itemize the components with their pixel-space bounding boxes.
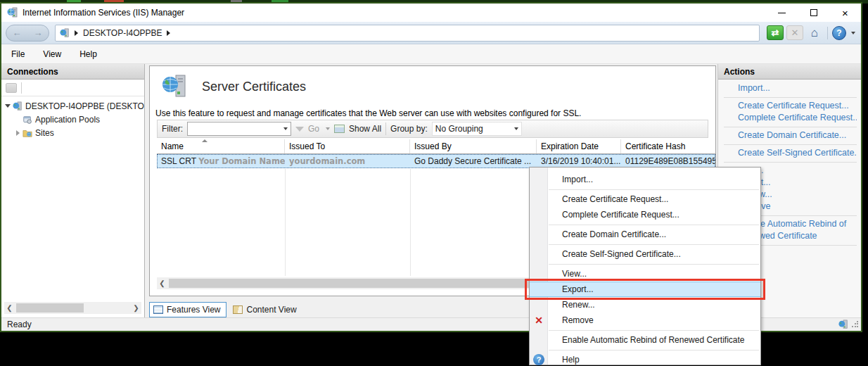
tab-features-view[interactable]: Features View [149, 302, 226, 317]
action-create-domain-certificate[interactable]: Create Domain Certificate... [738, 130, 857, 141]
cell-issued-to: yourdomain.com [285, 156, 410, 166]
column-header-issued-by[interactable]: Issued By [410, 139, 537, 153]
navigation-buttons: ← → [6, 25, 49, 42]
actions-header: Actions [718, 64, 861, 80]
menu-help[interactable]: Help [79, 49, 97, 59]
feature-header: Server Certificates [150, 66, 715, 100]
chevron-down-icon[interactable] [4, 104, 11, 108]
menu-item-help[interactable]: ? Help [530, 352, 760, 366]
close-icon: × [842, 8, 848, 18]
group-by-value: No Grouping [435, 124, 483, 134]
show-all-icon [334, 125, 345, 133]
help-dropdown-icon[interactable] [851, 32, 855, 34]
menu-item-complete-certificate-request[interactable]: Complete Certificate Request... [530, 207, 760, 222]
tree-item-server[interactable]: DESKTOP-I4OPPBE (DESKTOP [4, 99, 144, 113]
go-button[interactable]: Go [308, 124, 319, 134]
breadcrumb-server[interactable]: DESKTOP-I4OPPBE [83, 28, 162, 38]
chevron-down-icon[interactable] [283, 127, 288, 130]
address-toolbar: ⇄ ✕ ⌂ ? [767, 25, 855, 40]
tree-item-sites[interactable]: Sites [4, 126, 144, 139]
forward-button[interactable]: → [34, 27, 43, 38]
connections-tree: DESKTOP-I4OPPBE (DESKTOP Application Poo… [1, 96, 144, 139]
column-gridline [285, 169, 286, 276]
status-right [838, 320, 858, 329]
cell-hash: 01129E489E08B1554954 [621, 156, 715, 166]
filter-label: Filter: [162, 124, 183, 134]
column-header-hash[interactable]: Certificate Hash [621, 139, 715, 153]
page-title: Server Certificates [202, 80, 306, 94]
desktop-speck [272, 0, 288, 3]
help-question-icon: ? [533, 354, 544, 365]
refresh-button[interactable]: ⇄ [767, 25, 784, 40]
window-controls: × [766, 4, 861, 22]
cell-name-redacted: Your Domain Name [198, 156, 285, 166]
action-create-certificate-request[interactable]: Create Certificate Request... [738, 100, 857, 112]
desktop-speck [231, 0, 242, 3]
menu-view[interactable]: View [43, 49, 61, 59]
home-button[interactable]: ⌂ [806, 25, 823, 40]
actions-separator [724, 144, 857, 145]
column-header-name[interactable]: Name [157, 139, 285, 153]
menu-item-create-domain-certificate[interactable]: Create Domain Certificate... [530, 227, 760, 242]
status-text: Ready [7, 320, 32, 329]
menu-separator [549, 189, 759, 190]
show-all-button[interactable]: Show All [349, 124, 381, 134]
action-import[interactable]: Import... [738, 82, 857, 94]
cell-name: SSL CRT Your Domain Name [157, 156, 285, 166]
certificates-table: Name Issued To Issued By Expiration Date… [157, 139, 715, 168]
feature-description: Use this feature to request and manage c… [155, 108, 715, 118]
menu-separator [549, 244, 759, 245]
group-by-select[interactable]: No Grouping [432, 122, 522, 136]
server-icon [13, 101, 23, 111]
tree-item-application-pools[interactable]: Application Pools [4, 113, 144, 126]
back-button[interactable]: ← [13, 27, 22, 38]
resize-grip[interactable] [851, 321, 858, 328]
close-button[interactable]: × [829, 4, 861, 22]
scrollbar-thumb[interactable] [16, 303, 84, 313]
breadcrumb-arrow-icon [75, 30, 78, 36]
scroll-right-icon[interactable]: ❯ [131, 304, 141, 312]
scroll-left-icon[interactable]: ❮ [157, 279, 167, 287]
action-create-self-signed-certificate[interactable]: Create Self-Signed Certificate... [738, 147, 857, 159]
breadcrumb[interactable]: DESKTOP-I4OPPBE [55, 25, 760, 42]
tab-content-view[interactable]: Content View [229, 303, 302, 317]
scroll-left-icon[interactable]: ❮ [4, 304, 15, 312]
sort-ascending-icon [202, 139, 208, 142]
sites-folder-icon [23, 128, 32, 138]
minimize-button[interactable] [766, 4, 798, 22]
menu-file[interactable]: File [11, 49, 25, 59]
go-dropdown-icon[interactable] [326, 127, 330, 130]
stop-button[interactable]: ✕ [786, 25, 803, 40]
help-button[interactable]: ? [832, 26, 846, 40]
table-row[interactable]: SSL CRT Your Domain Name yourdomain.com … [157, 154, 715, 168]
table-header: Name Issued To Issued By Expiration Date… [157, 139, 715, 154]
actions-separator [724, 127, 857, 127]
action-complete-certificate-request[interactable]: Complete Certificate Request... [738, 112, 857, 124]
column-header-issued-to[interactable]: Issued To [285, 139, 410, 153]
chevron-right-icon[interactable] [14, 130, 21, 136]
column-gridline [410, 169, 411, 276]
breadcrumb-arrow-icon[interactable] [167, 30, 170, 36]
tree-item-label: DESKTOP-I4OPPBE (DESKTOP [25, 101, 144, 111]
go-filter-icon [295, 127, 304, 132]
menu-separator [549, 350, 759, 351]
maximize-button[interactable] [798, 4, 829, 22]
menu-item-enable-automatic-rebind[interactable]: Enable Automatic Rebind of Renewed Certi… [530, 332, 760, 348]
column-header-expiration[interactable]: Expiration Date [537, 139, 621, 153]
tree-item-label: Sites [35, 128, 54, 138]
menu-item-remove[interactable]: ✕ Remove [530, 313, 760, 328]
connections-hscrollbar[interactable]: ❮ ❯ [4, 302, 141, 314]
menu-item-create-self-signed-certificate[interactable]: Create Self-Signed Certificate... [530, 246, 760, 262]
desktop-backdrop: Internet Information Services (IIS) Mana… [0, 0, 868, 366]
filter-input[interactable] [187, 122, 291, 136]
create-connection-icon[interactable] [6, 83, 17, 93]
menu-item-import[interactable]: Import... [530, 172, 760, 187]
tab-label: Features View [167, 305, 220, 315]
menu-bar: File View Help [1, 44, 861, 64]
menu-item-create-certificate-request[interactable]: Create Certificate Request... [530, 191, 760, 207]
menu-separator [549, 225, 759, 225]
maximize-icon [810, 9, 817, 16]
remove-x-icon: ✕ [533, 315, 544, 326]
application-pools-icon [23, 115, 32, 125]
menu-item-label: Remove [562, 315, 594, 325]
